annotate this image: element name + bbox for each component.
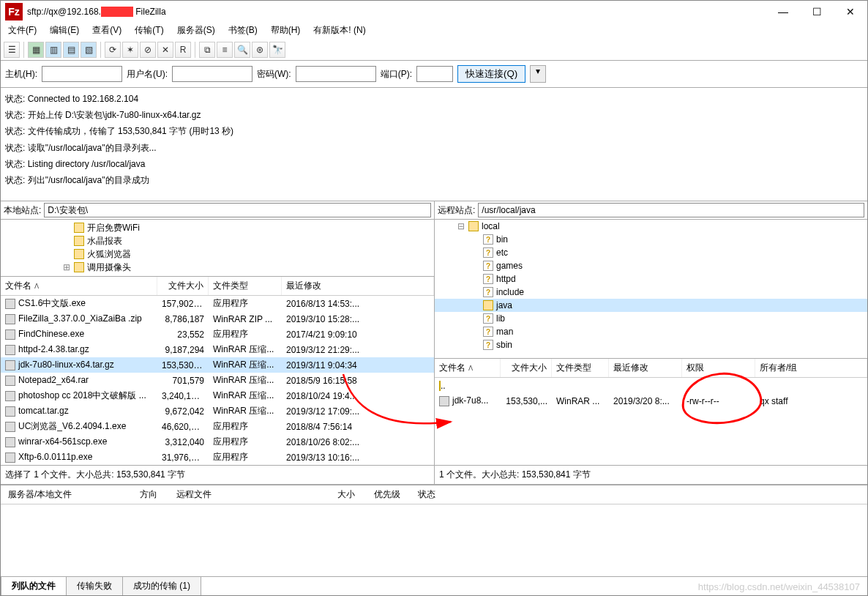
local-file-row[interactable]: httpd-2.4.38.tar.gz9,187,294WinRAR 压缩...… bbox=[1, 342, 434, 357]
qcol-server[interactable]: 服务器/本地文件 bbox=[1, 488, 132, 501]
menu-item[interactable]: 帮助(H) bbox=[268, 23, 304, 39]
toggle-log-button[interactable]: ▦ bbox=[28, 42, 44, 58]
file-icon bbox=[5, 391, 15, 401]
local-list-header[interactable]: 文件名ᐱ 文件大小 文件类型 最近修改 bbox=[1, 277, 434, 296]
tab-failed-transfers[interactable]: 传输失败 bbox=[66, 576, 123, 595]
local-file-row[interactable]: Xftp-6.0.0111p.exe31,976,272应用程序2019/3/1… bbox=[1, 450, 434, 465]
tab-queued-files[interactable]: 列队的文件 bbox=[1, 576, 67, 595]
remote-list-header[interactable]: 文件名ᐱ 文件大小 文件类型 最近修改 权限 所有者/组 bbox=[435, 359, 867, 378]
toggle-queue-button[interactable]: ▧ bbox=[81, 42, 97, 58]
local-file-list[interactable]: 文件名ᐱ 文件大小 文件类型 最近修改 CS1.6中文版.exe157,902,… bbox=[1, 277, 434, 465]
local-path-input[interactable] bbox=[44, 203, 431, 217]
local-file-row[interactable]: winrar-x64-561scp.exe3,312,040应用程序2018/1… bbox=[1, 434, 434, 450]
col-filesize[interactable]: 文件大小 bbox=[157, 277, 209, 295]
local-file-row[interactable]: UC浏览器_V6.2.4094.1.exe46,620,904应用程序2018/… bbox=[1, 419, 434, 434]
local-file-row[interactable]: FindChinese.exe23,552应用程序2017/4/21 9:09:… bbox=[1, 327, 434, 342]
qcol-status[interactable]: 状态 bbox=[411, 488, 454, 501]
remote-tree[interactable]: ⊟local?bin?etc?games?httpd?includejava?l… bbox=[435, 220, 867, 359]
folder-icon bbox=[74, 249, 84, 259]
disconnect-button[interactable]: ✕ bbox=[157, 42, 173, 58]
remote-tree-item[interactable]: ?lib bbox=[435, 312, 867, 325]
col-filename[interactable]: 文件名ᐱ bbox=[1, 277, 157, 295]
toggle-remote-tree-button[interactable]: ▤ bbox=[63, 42, 79, 58]
compare-button[interactable]: ≡ bbox=[217, 42, 233, 58]
menu-item[interactable]: 书签(B) bbox=[225, 23, 261, 39]
col-filetype[interactable]: 文件类型 bbox=[209, 277, 282, 295]
remote-tree-item[interactable]: ⊟local bbox=[435, 220, 867, 233]
remote-tree-item[interactable]: ?games bbox=[435, 259, 867, 272]
local-file-row[interactable]: jdk-7u80-linux-x64.tar.gz153,530,8...Win… bbox=[1, 357, 434, 373]
title-suffix: FileZilla bbox=[133, 7, 166, 17]
reconnect-button[interactable]: R bbox=[175, 42, 191, 58]
local-file-row[interactable]: FileZilla_3.37.0.0_XiaZaiBa .zip8,786,18… bbox=[1, 311, 434, 327]
username-input[interactable] bbox=[172, 66, 252, 82]
transfer-queue-header[interactable]: 服务器/本地文件 方向 远程文件 大小 优先级 状态 bbox=[1, 485, 867, 504]
local-file-row[interactable]: Notepad2_x64.rar701,579WinRAR 压缩...2018/… bbox=[1, 373, 434, 388]
menu-item[interactable]: 文件(F) bbox=[5, 23, 40, 39]
host-input[interactable] bbox=[42, 66, 122, 82]
remote-file-row[interactable]: .. bbox=[435, 378, 867, 393]
process-queue-button[interactable]: ✶ bbox=[122, 42, 138, 58]
local-tree-item[interactable]: 水晶报表 bbox=[1, 234, 434, 247]
filter-button[interactable]: ⧉ bbox=[199, 42, 215, 58]
rcol-filetype[interactable]: 文件类型 bbox=[552, 359, 609, 377]
remote-tree-item[interactable]: ?include bbox=[435, 286, 867, 299]
menu-item[interactable]: 传输(T) bbox=[132, 23, 166, 39]
remote-file-list[interactable]: 文件名ᐱ 文件大小 文件类型 最近修改 权限 所有者/组 ..jdk-7u8..… bbox=[435, 359, 867, 465]
maximize-button[interactable]: ☐ bbox=[800, 1, 834, 23]
search-button[interactable]: ⊛ bbox=[252, 42, 268, 58]
refresh-button[interactable]: ⟳ bbox=[105, 42, 121, 58]
rcol-filesize[interactable]: 文件大小 bbox=[501, 359, 552, 377]
menu-item[interactable]: 查看(V) bbox=[89, 23, 124, 39]
local-tree-item[interactable]: ⊞调用摄像头 bbox=[1, 261, 434, 274]
remote-tree-item[interactable]: java bbox=[435, 299, 867, 312]
local-file-row[interactable]: CS1.6中文版.exe157,902,1...应用程序2016/8/13 14… bbox=[1, 296, 434, 311]
message-log[interactable]: 状态: Connected to 192.168.2.104 状态: 开始上传 … bbox=[1, 88, 867, 201]
local-file-row[interactable]: photoshop cc 2018中文破解版 ...3,240,133,...W… bbox=[1, 388, 434, 403]
rcol-filename[interactable]: 文件名ᐱ bbox=[435, 359, 501, 377]
menu-item[interactable]: 有新版本! (N) bbox=[310, 23, 368, 39]
local-tree[interactable]: 开启免费WiFi水晶报表火狐浏览器⊞调用摄像头 bbox=[1, 220, 434, 277]
file-icon bbox=[5, 437, 15, 447]
menu-item[interactable]: 编辑(E) bbox=[47, 23, 82, 39]
remote-path-input[interactable] bbox=[478, 203, 864, 217]
transfer-queue[interactable] bbox=[1, 504, 867, 551]
qcol-direction[interactable]: 方向 bbox=[132, 488, 169, 501]
quickconnect-button[interactable]: 快速连接(Q) bbox=[457, 65, 525, 83]
file-icon bbox=[5, 329, 15, 340]
remote-tree-item[interactable]: ?etc bbox=[435, 246, 867, 259]
qcol-remote[interactable]: 远程文件 bbox=[169, 488, 330, 501]
cancel-button[interactable]: ⊘ bbox=[140, 42, 156, 58]
local-file-row[interactable]: tomcat.tar.gz9,672,042WinRAR 压缩...2019/3… bbox=[1, 403, 434, 419]
file-icon bbox=[5, 406, 15, 417]
remote-file-row[interactable]: jdk-7u8...153,530,...WinRAR ...2019/3/20… bbox=[435, 393, 867, 409]
rcol-permissions[interactable]: 权限 bbox=[682, 359, 755, 377]
port-input[interactable] bbox=[416, 66, 453, 82]
remote-tree-item[interactable]: ?bin bbox=[435, 233, 867, 246]
local-tree-item[interactable]: 开启免费WiFi bbox=[1, 221, 434, 234]
tab-successful-transfers[interactable]: 成功的传输 (1) bbox=[122, 576, 201, 595]
qcol-size[interactable]: 大小 bbox=[330, 488, 367, 501]
password-input[interactable] bbox=[296, 66, 376, 82]
rcol-owner[interactable]: 所有者/组 bbox=[755, 359, 867, 377]
selection-status-bar: 选择了 1 个文件。大小总共: 153,530,841 字节 1 个文件。大小总… bbox=[1, 465, 867, 485]
username-label: 用户名(U): bbox=[127, 68, 168, 81]
menu-item[interactable]: 服务器(S) bbox=[174, 23, 218, 39]
quickconnect-dropdown[interactable]: ▾ bbox=[530, 65, 546, 83]
remote-tree-item[interactable]: ?man bbox=[435, 325, 867, 338]
unknown-folder-icon: ? bbox=[483, 247, 493, 258]
local-tree-item[interactable]: 火狐浏览器 bbox=[1, 247, 434, 261]
rcol-modified[interactable]: 最近修改 bbox=[609, 359, 682, 377]
col-modified[interactable]: 最近修改 bbox=[282, 277, 434, 295]
app-icon: Fz bbox=[5, 3, 23, 21]
remote-tree-item[interactable]: ?sbin bbox=[435, 338, 867, 351]
remote-tree-item[interactable]: ?httpd bbox=[435, 272, 867, 286]
local-site-label: 本地站点: bbox=[4, 204, 41, 217]
binoculars-icon[interactable]: 🔭 bbox=[269, 42, 285, 58]
close-button[interactable]: ✕ bbox=[834, 1, 867, 23]
sync-browse-button[interactable]: 🔍 bbox=[234, 42, 250, 58]
minimize-button[interactable]: — bbox=[766, 1, 800, 23]
toggle-local-tree-button[interactable]: ▥ bbox=[45, 42, 61, 58]
sitemanager-button[interactable]: ☰ bbox=[4, 42, 20, 58]
qcol-priority[interactable]: 优先级 bbox=[367, 488, 411, 501]
